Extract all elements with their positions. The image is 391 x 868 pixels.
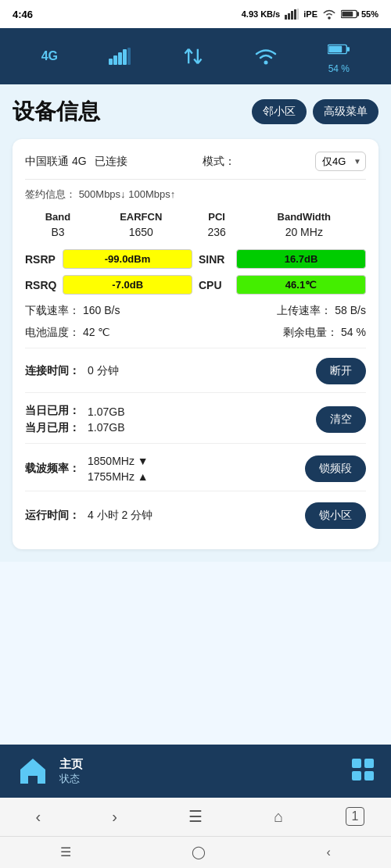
sinr-item: SINR 16.7dB — [199, 249, 366, 269]
nav-battery: 54 % — [328, 38, 350, 74]
rsrp-item: RSRP -99.0dBm — [25, 249, 192, 269]
band-table: Band EARFCN PCI BandWidth B3 1650 236 20… — [25, 209, 366, 240]
dl-speed: 下载速率： 160 B/s — [25, 304, 120, 318]
circle-button[interactable]: ◯ — [182, 841, 215, 863]
clear-button[interactable]: 清空 — [316, 406, 366, 433]
signed-label: 签约信息： — [25, 188, 76, 200]
svg-rect-10 — [113, 55, 117, 65]
main-content: 设备信息 邻小区 高级菜单 中国联通 4G 已连接 模式： 仅4G 签约信息： … — [0, 84, 391, 562]
mode-select-wrapper[interactable]: 仅4G — [315, 152, 366, 171]
tab-status-label: 状态 — [59, 772, 83, 786]
band-value-bandwidth: 20 MHz — [242, 224, 366, 240]
runtime-label: 运行时间： — [25, 509, 88, 523]
connect-time-label: 连接时间： — [25, 364, 88, 378]
carrier-freq-row: 载波频率： 1850MHz ▼ 1755MHz ▲ 锁频段 — [25, 455, 366, 491]
home-button[interactable]: ⌂ — [264, 805, 292, 829]
tab-home-label: 主页 — [59, 757, 83, 772]
ul-speed: 上传速率： 58 B/s — [277, 304, 366, 318]
back-button[interactable]: ‹ — [27, 805, 51, 829]
rsrq-item: RSRQ -7.0dB — [25, 275, 192, 295]
4g-label: 4G — [41, 49, 58, 63]
usage-labels: 当日已用： 当月已用： — [25, 404, 88, 435]
svg-rect-2 — [291, 11, 293, 20]
carrier-freq-value1: 1850MHz ▼ — [88, 455, 305, 467]
band-header-bandwidth: BandWidth — [242, 209, 366, 224]
svg-rect-16 — [347, 47, 350, 52]
nav-signal — [109, 45, 131, 67]
header-buttons: 邻小区 高级菜单 — [252, 99, 378, 124]
signed-info-row: 签约信息： 500Mbps↓ 100Mbps↑ — [25, 188, 366, 202]
tab-button[interactable]: 1 — [346, 807, 365, 826]
band-header-row: Band EARFCN PCI BandWidth — [25, 209, 366, 224]
svg-rect-9 — [109, 59, 113, 65]
battery-remain-label: 剩余电量： — [283, 326, 338, 340]
menu-button-2[interactable]: ☰ — [51, 841, 81, 863]
page-header: 设备信息 邻小区 高级菜单 — [13, 97, 378, 127]
carrier-freq-label: 载波频率： — [25, 462, 88, 476]
monthly-used-value: 1.07GB — [88, 421, 316, 434]
mode-select[interactable]: 仅4G — [315, 152, 366, 171]
band-data-row: B3 1650 236 20 MHz — [25, 224, 366, 240]
neighbor-cell-button[interactable]: 邻小区 — [252, 99, 307, 124]
disconnect-button[interactable]: 断开 — [316, 358, 366, 384]
svg-rect-13 — [127, 48, 131, 65]
band-header-band: Band — [25, 209, 91, 224]
data-usage-row: 当日已用： 当月已用： 1.07GB 1.07GB 清空 — [25, 404, 366, 444]
svg-rect-21 — [364, 771, 374, 780]
nav-row-2: ☰ ◯ ‹ — [0, 836, 391, 869]
signal-grid: RSRP -99.0dBm SINR 16.7dB RSRQ -7.0dB CP… — [25, 249, 366, 295]
connection-status: 已连接 — [95, 155, 127, 169]
rsrq-value: -7.0dB — [63, 275, 192, 295]
svg-rect-0 — [285, 15, 287, 20]
forward-button[interactable]: › — [102, 805, 127, 829]
carrier-row: 中国联通 4G 已连接 模式： 仅4G — [25, 152, 366, 171]
svg-rect-20 — [352, 771, 361, 780]
status-bar: 4:46 4.93 KB/s iPE 55% — [0, 0, 391, 28]
monthly-used-label: 当月已用： — [25, 421, 88, 435]
rsrq-label: RSRQ — [25, 279, 56, 291]
usage-values: 1.07GB 1.07GB — [88, 405, 316, 434]
tab-labels: 主页 状态 — [59, 757, 83, 786]
battery-remain-value: 54 % — [341, 326, 366, 340]
rsrp-value: -99.0dBm — [63, 249, 192, 269]
carrier-freq-values: 1850MHz ▼ 1755MHz ▲ — [88, 455, 305, 483]
battery-row: 电池温度： 42 ℃ 剩余电量： 54 % — [25, 326, 366, 340]
wifi-status-icon — [322, 9, 336, 20]
battery-temp: 电池温度： 42 ℃ — [25, 326, 110, 340]
signal-icon — [285, 9, 299, 20]
daily-used-label: 当日已用： — [25, 404, 88, 418]
advanced-menu-button[interactable]: 高级菜单 — [313, 99, 378, 124]
top-nav-bar: 4G 54 % — [0, 28, 391, 84]
svg-point-14 — [264, 61, 267, 65]
svg-rect-12 — [123, 49, 127, 65]
page-title: 设备信息 — [13, 97, 100, 127]
cpu-item: CPU 46.1℃ — [199, 275, 366, 295]
lock-band-button[interactable]: 锁频段 — [305, 455, 366, 482]
carrier-label: 中国联通 4G — [25, 155, 87, 169]
runtime-value: 4 小时 2 分钟 — [88, 509, 305, 523]
info-card: 中国联通 4G 已连接 模式： 仅4G 签约信息： 500Mbps↓ 100Mb… — [13, 139, 378, 549]
speed-row: 下载速率： 160 B/s 上传速率： 58 B/s — [25, 304, 366, 318]
battery-status: 55% — [341, 9, 378, 20]
connect-time-value: 0 分钟 — [88, 364, 316, 378]
bottom-tab-bar[interactable]: 主页 状态 — [0, 745, 391, 798]
band-header-earfcn: EARFCN — [91, 209, 192, 224]
menu-button[interactable]: ☰ — [179, 804, 212, 829]
dl-speed-value: 160 B/s — [83, 304, 120, 318]
mode-label: 模式： — [203, 155, 235, 169]
nav-row-1: ‹ › ☰ ⌂ 1 — [0, 798, 391, 836]
band-value-pci: 236 — [192, 224, 242, 240]
rsrp-label: RSRP — [25, 253, 56, 266]
battery-temp-label: 电池温度： — [25, 326, 80, 340]
time-display: 4:46 — [13, 9, 33, 20]
tab-grid-icon[interactable] — [350, 757, 375, 785]
band-header-pci: PCI — [192, 209, 242, 224]
battery-percent: 54 % — [328, 63, 350, 74]
back-button-2[interactable]: ‹ — [317, 842, 340, 863]
dl-speed-label: 下载速率： — [25, 304, 80, 318]
band-value-band: B3 — [25, 224, 91, 240]
lock-cell-button[interactable]: 锁小区 — [305, 502, 366, 529]
svg-point-5 — [328, 16, 331, 20]
home-tab-icon — [16, 754, 50, 788]
speed-display: 4.93 KB/s — [242, 9, 281, 19]
